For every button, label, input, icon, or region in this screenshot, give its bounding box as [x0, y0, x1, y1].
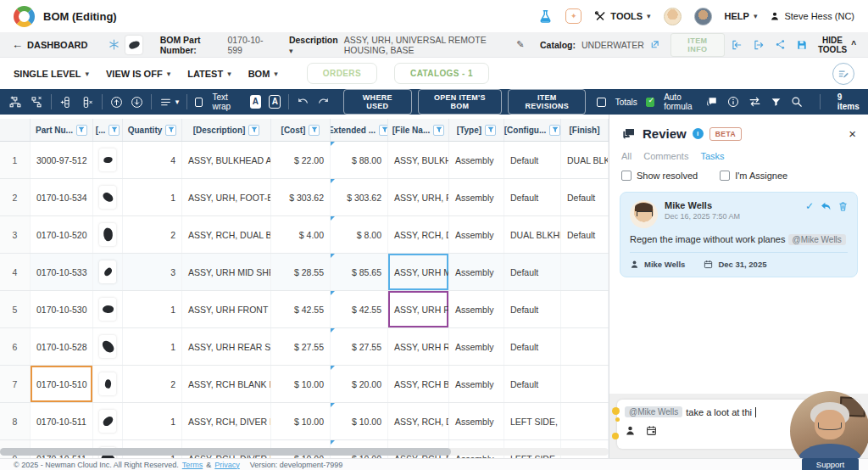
font-outline-a-button[interactable]: A	[269, 95, 281, 109]
file-name-cell[interactable]: ASSY, RCH, D...	[388, 216, 449, 253]
column-header[interactable]: Part Nu...	[31, 119, 93, 141]
feedback-button[interactable]: ✦	[565, 8, 581, 24]
filter-button[interactable]	[771, 97, 782, 108]
set-due-date-button[interactable]	[646, 425, 657, 436]
auto-formula-checkbox[interactable]: Auto formula	[646, 92, 704, 111]
item-revisions-button[interactable]: ITEM REVISIONS	[508, 89, 586, 115]
quantity-cell[interactable]: 1	[123, 403, 182, 439]
type-cell[interactable]: Assembly	[449, 179, 504, 215]
column-header[interactable]: Quantity	[123, 119, 182, 141]
column-header[interactable]: [Configu...	[504, 119, 561, 141]
column-filter-button[interactable]	[433, 125, 444, 136]
column-header[interactable]: [File Na...	[388, 119, 449, 141]
config-cell[interactable]: Default	[504, 142, 561, 178]
extended-cost-cell[interactable]: $ 303.62	[331, 179, 388, 215]
share-button[interactable]	[775, 39, 786, 50]
description-cell[interactable]: ASSY, URH MID SHELL	[182, 254, 271, 290]
type-cell[interactable]: Assembly	[449, 216, 504, 253]
revision-dropdown[interactable]: LATEST▾	[187, 69, 231, 79]
column-filter-button[interactable]	[485, 125, 496, 136]
search-button[interactable]	[791, 96, 803, 108]
column-filter-button[interactable]	[248, 125, 259, 136]
save-button[interactable]	[796, 39, 808, 51]
move-row-up-button[interactable]	[110, 96, 123, 109]
terms-link[interactable]: Terms	[182, 461, 203, 469]
reply-button[interactable]	[821, 202, 832, 211]
row-number-cell[interactable]: 2	[0, 179, 31, 215]
cost-cell[interactable]: $ 28.55	[271, 254, 331, 290]
finish-cell[interactable]	[561, 254, 609, 290]
redo-button[interactable]	[317, 97, 330, 107]
quantity-cell[interactable]: 4	[123, 142, 182, 178]
part-number-cell[interactable]: 0170-10-530	[31, 291, 93, 327]
labs-flask-button[interactable]	[538, 9, 553, 24]
quantity-cell[interactable]: 1	[123, 291, 182, 327]
im-assignee-checkbox[interactable]: I'm Assignee	[720, 171, 787, 181]
move-row-down-button[interactable]	[131, 96, 143, 109]
config-cell[interactable]: Default	[504, 254, 561, 290]
avatar[interactable]	[694, 8, 712, 25]
part-thumbnail-cell[interactable]	[93, 179, 123, 215]
scrollbar-thumb[interactable]	[0, 448, 451, 456]
cost-cell[interactable]: $ 10.00	[271, 403, 331, 439]
column-filter-button[interactable]	[549, 125, 560, 136]
cost-cell[interactable]: $ 27.55	[271, 328, 331, 365]
quantity-cell[interactable]: 3	[123, 254, 182, 290]
user-menu[interactable]: Steve Hess (NC)	[770, 11, 854, 21]
file-name-cell[interactable]: ASSY, RCH, D...	[388, 403, 449, 439]
support-button[interactable]: Support	[802, 458, 859, 470]
type-cell[interactable]: Assembly	[449, 142, 504, 178]
remove-tree-node-button[interactable]	[30, 96, 43, 109]
tab-all[interactable]: All	[621, 151, 632, 161]
row-number-cell[interactable]: 1	[0, 142, 31, 178]
config-cell[interactable]: Default	[504, 179, 561, 215]
finish-cell[interactable]	[561, 366, 609, 402]
row-number-cell[interactable]: 8	[0, 403, 31, 439]
extended-cost-cell[interactable]: $ 8.00	[331, 216, 388, 253]
show-resolved-checkbox[interactable]: Show resolved	[621, 171, 698, 181]
delete-task-button[interactable]	[838, 201, 848, 212]
finish-cell[interactable]: Default	[561, 179, 609, 215]
notes-circle-button[interactable]	[832, 63, 854, 85]
description-cell[interactable]: ASSY, RCH BLANK IO ...	[182, 366, 271, 402]
catalogs-button[interactable]: CATALOGS - 1	[394, 63, 489, 84]
assign-person-button[interactable]	[625, 425, 636, 436]
back-to-dashboard-button[interactable]: ← DASHBOARD	[12, 38, 88, 51]
description-cell[interactable]: ASSY, RCH, DUAL BU...	[182, 216, 271, 253]
view-dropdown[interactable]: VIEW IS OFF▾	[106, 69, 170, 79]
item-info-button[interactable]: ITEM INFO	[670, 33, 725, 57]
finish-cell[interactable]	[561, 328, 609, 365]
part-thumbnail-cell[interactable]	[93, 291, 123, 327]
extended-cost-cell[interactable]: $ 88.00	[331, 142, 388, 178]
avatar[interactable]	[664, 8, 682, 25]
task-card[interactable]: Mike Wells Dec 16, 2025 7:50 AM ✓	[620, 192, 858, 277]
column-filter-button[interactable]	[76, 125, 87, 136]
file-name-cell[interactable]: ASSY, URH M...	[388, 254, 449, 290]
part-number-cell[interactable]: 3000-97-512	[31, 142, 93, 178]
cost-cell[interactable]: $ 303.62	[271, 179, 331, 215]
part-number-cell[interactable]: 0170-10-534	[31, 179, 93, 215]
part-thumbnail-cell[interactable]	[93, 142, 123, 178]
row-number-cell[interactable]: 6	[0, 328, 31, 365]
file-name-cell[interactable]: ASSY, BULKH...	[388, 142, 449, 178]
file-name-cell[interactable]: ASSY, URH, F...	[388, 179, 449, 215]
row-height-menu[interactable]: ▾	[159, 97, 180, 108]
extended-cost-cell[interactable]: $ 20.00	[331, 366, 388, 402]
level-dropdown[interactable]: SINGLE LEVEL▾	[14, 69, 89, 79]
row-number-cell[interactable]: 5	[0, 291, 31, 327]
config-cell[interactable]: DUAL BLKHD...	[504, 216, 561, 253]
check-in-button[interactable]	[731, 39, 743, 51]
info-icon[interactable]: i	[693, 128, 704, 139]
column-filter-button[interactable]	[309, 125, 320, 136]
finish-cell[interactable]	[561, 403, 609, 439]
description-cell[interactable]: ASSY, URH REAR SHELL	[182, 328, 271, 365]
config-cell[interactable]: LEFT SIDE, N...	[504, 403, 561, 439]
file-name-cell[interactable]: ASSY, URH R...	[388, 328, 449, 365]
mention-chip[interactable]: @Mike Wells	[788, 234, 846, 245]
edit-description-button[interactable]: ✎	[516, 39, 524, 50]
close-review-button[interactable]: ×	[849, 126, 856, 141]
config-cell[interactable]: Default	[504, 328, 561, 365]
open-items-bom-button[interactable]: OPEN ITEM'S BOM	[418, 89, 503, 115]
privacy-link[interactable]: Privacy	[214, 461, 240, 469]
finish-cell[interactable]: DUAL BLK	[561, 142, 609, 178]
